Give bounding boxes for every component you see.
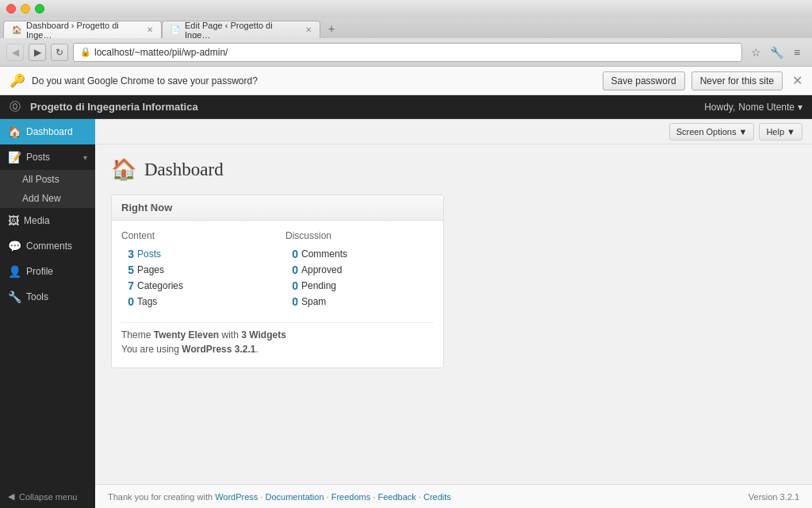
address-icon: 🔒 <box>80 47 91 57</box>
new-tab-button[interactable]: + <box>324 21 339 37</box>
widgets-count: 3 <box>241 329 247 341</box>
posts-submenu: All Posts Add New <box>0 170 95 208</box>
address-text: localhost/~matteo/pii/wp-admin/ <box>94 47 228 58</box>
comments-count: 0 <box>285 248 298 260</box>
widget-row-categories: 7 Categories <box>121 278 270 294</box>
help-button[interactable]: Help ▼ <box>759 123 802 140</box>
password-bar-close-icon[interactable]: ✕ <box>792 73 802 88</box>
pending-label: Pending <box>301 280 336 291</box>
wp-version: WordPress 3.2.1 <box>182 344 255 355</box>
footer-version: Version 3.2.1 <box>749 492 799 502</box>
widget-footer: Theme Twenty Eleven with 3 Widgets You a… <box>121 322 434 355</box>
footer-thank-you: Thank you for creating with <box>108 492 213 502</box>
content-main: 🏠 Dashboard Right Now Content 3 <box>95 144 812 484</box>
wp-footer: Thank you for creating with WordPress · … <box>95 484 812 508</box>
footer-feedback-link[interactable]: Feedback <box>377 492 416 502</box>
approved-label: Approved <box>301 264 342 275</box>
key-icon: 🔑 <box>10 73 25 88</box>
sidebar-item-dashboard[interactable]: 🏠 Dashboard <box>0 119 95 144</box>
content-column: Content 3 Posts 5 Pages <box>121 230 270 310</box>
maximize-button[interactable] <box>35 4 44 13</box>
posts-chevron-icon: ▾ <box>83 153 87 162</box>
widget-row-spam: 0 Spam <box>285 294 434 310</box>
address-bar[interactable]: 🔒 localhost/~matteo/pii/wp-admin/ <box>73 43 742 62</box>
approved-count: 0 <box>285 264 298 276</box>
back-button[interactable]: ◀ <box>6 44 24 61</box>
profile-icon: 👤 <box>8 265 21 278</box>
save-password-button[interactable]: Save password <box>603 71 685 90</box>
sidebar-comments-label: Comments <box>26 241 72 252</box>
theme-info: Theme Twenty Eleven with 3 Widgets <box>121 329 434 341</box>
browser-toolbar: ◀ ▶ ↻ 🔒 localhost/~matteo/pii/wp-admin/ … <box>0 38 812 67</box>
collapse-menu-button[interactable]: ◀ Collapse menu <box>8 491 87 502</box>
wp-logo-icon[interactable]: ⓪ <box>10 100 21 114</box>
sidebar-item-all-posts[interactable]: All Posts <box>0 170 95 189</box>
using-text: You are using <box>121 344 179 355</box>
posts-count: 3 <box>121 248 134 260</box>
sidebar-posts-label: Posts <box>26 152 50 163</box>
media-icon: 🖼 <box>8 214 19 227</box>
sidebar-item-tools[interactable]: 🔧 Tools <box>0 284 95 310</box>
pages-label: Pages <box>137 264 164 275</box>
tags-label: Tags <box>137 296 157 307</box>
menu-icon[interactable]: ≡ <box>788 44 806 61</box>
widget-row-pending: 0 Pending <box>285 278 434 294</box>
spam-count: 0 <box>285 295 298 308</box>
sidebar-profile-label: Profile <box>26 266 53 277</box>
footer-documentation-link[interactable]: Documentation <box>266 492 324 502</box>
footer-left: Thank you for creating with WordPress · … <box>108 492 451 502</box>
sidebar-item-media[interactable]: 🖼 Media <box>0 208 95 233</box>
content-toolbar: Screen Options ▼ Help ▼ <box>95 119 812 144</box>
widget-row-posts: 3 Posts <box>121 246 270 262</box>
widget-body: Content 3 Posts 5 Pages <box>112 221 443 368</box>
close-button[interactable] <box>6 4 16 13</box>
footer-dot4: · <box>419 492 421 502</box>
posts-icon: 📝 <box>8 151 21 164</box>
extension-icon[interactable]: 🔧 <box>768 44 785 61</box>
tab-1-close-icon[interactable]: ✕ <box>147 25 153 34</box>
collapse-icon: ◀ <box>8 491 14 502</box>
footer-dot2: · <box>327 492 329 502</box>
screen-options-button[interactable]: Screen Options ▼ <box>669 123 755 140</box>
forward-button[interactable]: ▶ <box>29 44 46 61</box>
page-title: Dashboard <box>144 160 224 180</box>
right-now-widget: Right Now Content 3 Posts <box>111 194 444 368</box>
footer-freedoms-link[interactable]: Freedoms <box>331 492 371 502</box>
page-title-row: 🏠 Dashboard <box>111 157 796 182</box>
collapse-label: Collapse menu <box>19 492 77 502</box>
period: . <box>255 344 258 355</box>
browser-tabs: 🏠 Dashboard › Progetto di Inge… ✕ 📄 Edit… <box>0 17 812 38</box>
dashboard-icon: 🏠 <box>8 125 21 138</box>
tags-count: 0 <box>121 295 134 308</box>
sidebar-item-profile[interactable]: 👤 Profile <box>0 259 95 284</box>
discussion-column-title: Discussion <box>285 230 434 241</box>
never-save-password-button[interactable]: Never for this site <box>691 71 783 90</box>
browser-tab-2[interactable]: 📄 Edit Page ‹ Progetto di Inge… ✕ <box>162 21 320 38</box>
tab-2-close-icon[interactable]: ✕ <box>305 25 312 34</box>
posts-link[interactable]: Posts <box>137 248 161 260</box>
discussion-column: Discussion 0 Comments 0 Approved <box>285 230 434 310</box>
site-name[interactable]: Progetto di Ingegneria Informatica <box>30 101 198 113</box>
tab-2-label: Edit Page ‹ Progetto di Inge… <box>185 21 301 40</box>
sidebar-item-add-new[interactable]: Add New <box>0 189 95 208</box>
minimize-button[interactable] <box>21 4 30 13</box>
theme-text: Theme <box>121 329 151 341</box>
content-column-title: Content <box>121 230 270 241</box>
sidebar-item-posts[interactable]: 📝 Posts ▾ <box>0 144 95 170</box>
sidebar-media-label: Media <box>24 215 50 226</box>
widget-header: Right Now <box>112 195 443 221</box>
browser-tab-1[interactable]: 🏠 Dashboard › Progetto di Inge… ✕ <box>3 21 162 38</box>
footer-credits-link[interactable]: Credits <box>423 492 451 502</box>
footer-wordpress-link[interactable]: WordPress <box>215 492 258 502</box>
reload-button[interactable]: ↻ <box>51 44 68 61</box>
pages-count: 5 <box>121 264 134 276</box>
comments-icon: 💬 <box>8 240 21 252</box>
spam-label: Spam <box>301 296 326 307</box>
footer-dot3: · <box>373 492 375 502</box>
user-menu[interactable]: Howdy, Nome Utente ▾ <box>704 102 802 113</box>
bookmark-icon[interactable]: ☆ <box>747 44 764 61</box>
widget-row-comments: 0 Comments <box>285 246 434 262</box>
widget-row-approved: 0 Approved <box>285 262 434 278</box>
sidebar-item-comments[interactable]: 💬 Comments <box>0 233 95 259</box>
widget-row-pages: 5 Pages <box>121 262 270 278</box>
